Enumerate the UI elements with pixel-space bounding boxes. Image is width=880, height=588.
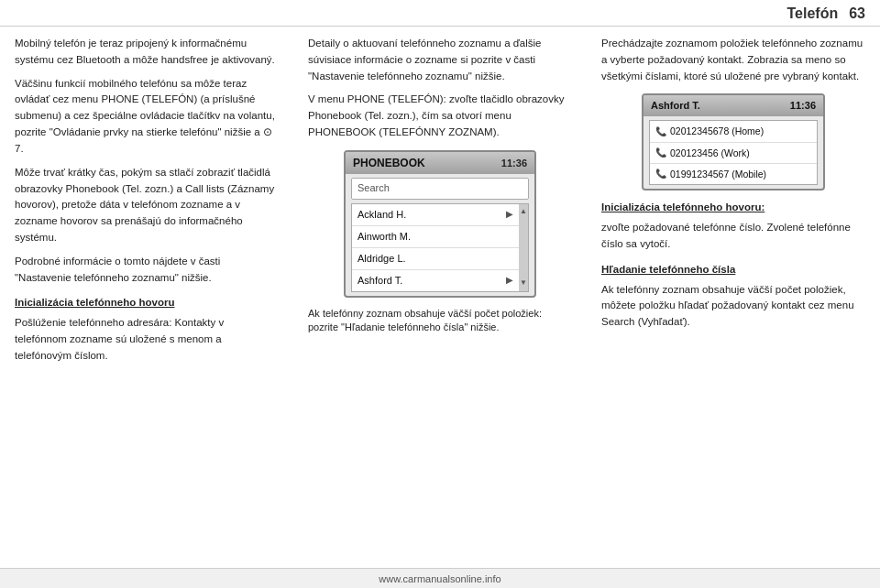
phonebook-list-inner: Ackland H. ▶ Ainworth M. Aldridge L. Ash… bbox=[352, 204, 519, 291]
phonebook-item-3-name: Aldridge L. bbox=[358, 251, 406, 267]
phone-icon-2: 📞 bbox=[655, 146, 666, 160]
phonebook-title: PHONEBOOK bbox=[353, 155, 425, 172]
scroll-up-arrow[interactable]: ▲ bbox=[520, 206, 527, 217]
contact-card-widget: Ashford T. 11:36 📞 02012345678 (Home) 📞 … bbox=[642, 93, 825, 191]
phonebook-item-1-name: Ackland H. bbox=[358, 207, 406, 223]
phonebook-item-1[interactable]: Ackland H. ▶ bbox=[352, 204, 519, 226]
page-number: 63 bbox=[849, 5, 865, 22]
contact-number-1-value: 02012345678 (Home) bbox=[670, 124, 764, 138]
contact-card-time: 11:36 bbox=[790, 98, 816, 114]
contact-card-list: 📞 02012345678 (Home) 📞 020123456 (Work) … bbox=[649, 120, 818, 185]
col3-section-para-2: Ak telefónny zoznam obsahuje väčší počet… bbox=[601, 282, 865, 331]
col2-para-1: Detaily o aktuovaní telefónneho zoznamu … bbox=[308, 36, 572, 84]
contact-number-3-value: 01991234567 (Mobile) bbox=[670, 167, 766, 181]
phonebook-list: Ackland H. ▶ Ainworth M. Aldridge L. Ash… bbox=[351, 203, 529, 292]
contact-number-1[interactable]: 📞 02012345678 (Home) bbox=[650, 121, 817, 142]
phonebook-header: PHONEBOOK 11:36 bbox=[346, 152, 534, 175]
col1-para-3: Môže trvať krátky čas, pokým sa stlačí z… bbox=[15, 165, 279, 246]
scroll-down-arrow[interactable]: ▼ bbox=[520, 278, 527, 289]
phonebook-time: 11:36 bbox=[501, 156, 527, 171]
column-3: Prechádzajte zoznamom položiek telefónne… bbox=[587, 36, 880, 582]
phonebook-item-2[interactable]: Ainworth M. bbox=[352, 226, 519, 248]
col1-para-2: Väčšinu funkcií mobilného telefónu sa mô… bbox=[15, 76, 279, 158]
footer-bar: www.carmanualsonline.info bbox=[0, 568, 880, 588]
contact-number-2-value: 020123456 (Work) bbox=[670, 146, 750, 160]
column-2: Detaily o aktuovaní telefónneho zoznamu … bbox=[293, 36, 587, 582]
col1-para-1: Mobilný telefón je teraz pripojený k inf… bbox=[15, 36, 279, 69]
col3-section-heading-2: Hľadanie telefónneho čísla bbox=[601, 262, 865, 278]
phonebook-widget: PHONEBOOK 11:36 Search Ackland H. ▶ Ainw… bbox=[344, 150, 536, 298]
phonebook-search-bar[interactable]: Search bbox=[351, 178, 529, 199]
contact-number-3[interactable]: 📞 01991234567 (Mobile) bbox=[650, 164, 817, 184]
contact-card-header: Ashford T. 11:36 bbox=[644, 95, 823, 116]
col1-section-para: Pošlúženie telefónneho adresára: Kontakt… bbox=[15, 315, 279, 364]
phonebook-item-4-name: Ashford T. bbox=[358, 273, 402, 289]
col1-para-4: Podrobné informácie o tomto nájdete v ča… bbox=[15, 254, 279, 287]
phonebook-item-1-arrow: ▶ bbox=[506, 207, 513, 222]
page-title: Telefón bbox=[787, 5, 839, 22]
phonebook-item-3[interactable]: Aldridge L. bbox=[352, 248, 519, 270]
phonebook-scrollbar[interactable]: ▲ ▼ bbox=[519, 204, 528, 291]
col3-section-para-1: zvoľte požadované telefónne číslo. Zvole… bbox=[601, 220, 865, 253]
col3-section-heading-1: Inicializácia telefónneho hovoru: bbox=[601, 200, 865, 216]
phonebook-search-label: Search bbox=[358, 182, 390, 193]
col2-para-2: V menu PHONE (TELEFÓN): zvoľte tlačidlo … bbox=[308, 92, 572, 140]
phone-icon-3: 📞 bbox=[655, 167, 666, 181]
col3-para-1: Prechádzajte zoznamom položiek telefónne… bbox=[601, 36, 865, 84]
contact-card-title: Ashford T. bbox=[651, 98, 700, 114]
phone-icon-1: 📞 bbox=[655, 125, 666, 139]
column-1: Mobilný telefón je teraz pripojený k inf… bbox=[0, 36, 293, 582]
content-area: Mobilný telefón je teraz pripojený k inf… bbox=[0, 27, 880, 582]
col1-section-heading: Inicializácia telefónneho hovoru bbox=[15, 295, 279, 311]
phonebook-item-2-name: Ainworth M. bbox=[358, 229, 411, 245]
phonebook-item-4-arrow: ▶ bbox=[506, 273, 513, 288]
col2-caption: Ak telefónny zoznam obsahuje väčší počet… bbox=[308, 307, 572, 335]
page-header: Telefón 63 bbox=[0, 0, 880, 27]
footer-url: www.carmanualsonline.info bbox=[379, 573, 500, 584]
contact-number-2[interactable]: 📞 020123456 (Work) bbox=[650, 143, 817, 164]
phonebook-item-4[interactable]: Ashford T. ▶ bbox=[352, 270, 519, 291]
